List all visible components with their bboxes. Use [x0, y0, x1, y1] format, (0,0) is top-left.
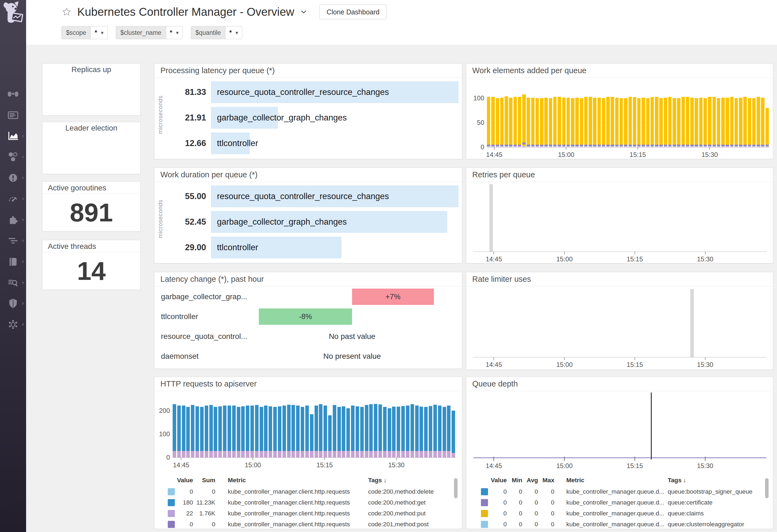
- toplist-row[interactable]: 52.45garbage_collector_graph_changes: [165, 209, 459, 235]
- sidebar-item-infrastructure[interactable]: [0, 146, 26, 167]
- widget-title[interactable]: Work elements added per queue: [466, 64, 773, 78]
- toplist-barzone: garbage_collector_graph_changes: [211, 211, 459, 233]
- seg-purple: [378, 451, 382, 457]
- seg-yellow: [642, 98, 645, 145]
- change-row[interactable]: daemonsetNo present value: [154, 348, 462, 365]
- change-row[interactable]: ttlcontroller-8%: [154, 308, 462, 325]
- seg-yellow: [682, 97, 685, 145]
- widget-title[interactable]: Active threads: [42, 240, 140, 252]
- sidebar-item-logs[interactable]: [0, 272, 26, 293]
- change-rows[interactable]: garbage_collector_grap...+7%ttlcontrolle…: [154, 287, 462, 368]
- seg-yellow: [531, 98, 535, 145]
- widget-title[interactable]: Retries per queue: [466, 168, 773, 182]
- sidebar-item-network[interactable]: [0, 314, 26, 335]
- toplist-row[interactable]: 81.33resource_quota_controller_resource_…: [165, 80, 459, 105]
- clone-dashboard-button[interactable]: Clone Dashboard: [319, 5, 387, 19]
- seg-purple: [429, 451, 432, 457]
- seg-purple: [342, 451, 345, 457]
- seg-blue: [401, 406, 405, 451]
- change-barzone: No past value: [259, 328, 455, 345]
- seg-purple: [597, 145, 601, 146]
- work-elements-plot[interactable]: 14:4515:0015:1515:30: [487, 80, 770, 147]
- stacked-bar: [646, 98, 650, 147]
- seg-blue: [260, 407, 263, 451]
- seg-purple: [214, 451, 217, 457]
- toplist-row[interactable]: 29.00ttlcontroller: [165, 235, 459, 260]
- stacked-bar: [191, 405, 194, 458]
- template-var-quantile[interactable]: $quantile*▾: [191, 26, 242, 39]
- sidebar-item-metrics[interactable]: [0, 188, 26, 209]
- sidebar-item-monitors[interactable]: [0, 167, 26, 188]
- legend-row[interactable]: 0000kube_controller_manager.queue.d...qu…: [466, 486, 773, 497]
- legend-scrollbar[interactable]: [454, 478, 458, 498]
- widget-title[interactable]: Leader election: [42, 122, 140, 132]
- widget-title[interactable]: Active goroutines: [42, 182, 140, 194]
- star-icon[interactable]: [62, 7, 72, 17]
- stacked-bar: [602, 98, 605, 147]
- legend-row[interactable]: 00kube_controller_manager.client.http.re…: [154, 519, 462, 530]
- toplist-row[interactable]: 55.00resource_quota_controller_resource_…: [165, 184, 459, 209]
- widget-title[interactable]: Rate limiter uses: [466, 272, 773, 287]
- legend-scrollbar[interactable]: [765, 478, 769, 498]
- widget-retries: Retries per queue 14:4515:0015:1515:30: [466, 168, 773, 263]
- seg-purple: [553, 145, 557, 146]
- widget-title[interactable]: Processing latency per queue (*): [154, 64, 462, 78]
- chevron-down-icon[interactable]: [300, 8, 308, 16]
- legend-row[interactable]: 0000kube_controller_manager.queue.d...qu…: [466, 497, 773, 508]
- seg-blue: [200, 407, 204, 451]
- stacked-bar: [223, 406, 226, 457]
- seg-yellow: [509, 98, 512, 145]
- legend-header-cell: Avg: [522, 477, 538, 484]
- rate-chart-plot[interactable]: 14:4515:0015:1515:30: [473, 288, 766, 357]
- sidebar-item-integrations[interactable]: [0, 209, 26, 230]
- retries-chart-plot[interactable]: 14:4515:0015:1515:30: [473, 183, 766, 251]
- header: Kubernetes Controller Manager - Overview…: [26, 0, 777, 44]
- change-row[interactable]: resource_quota_control...No past value: [154, 328, 462, 345]
- seg-purple: [602, 145, 605, 146]
- seg-purple: [748, 145, 751, 146]
- stacked-bar: [388, 408, 391, 457]
- change-row[interactable]: garbage_collector_grap...+7%: [154, 288, 462, 305]
- legend-swatch-cell: [168, 521, 176, 528]
- widget-title[interactable]: Queue depth: [466, 377, 773, 391]
- infrastructure-icon: [7, 151, 19, 163]
- template-var-scope[interactable]: $scope*▾: [62, 26, 108, 39]
- datadog-logo-icon[interactable]: [2, 1, 24, 26]
- sidebar-item-events[interactable]: [0, 104, 26, 125]
- legend-row[interactable]: 0000kube_controller_manager.queue.d...qu…: [466, 519, 773, 530]
- http-requests-plot[interactable]: 14:4515:0015:1515:30: [173, 393, 456, 457]
- legend-row[interactable]: 00kube_controller_manager.client.http.re…: [154, 486, 462, 497]
- widget-title[interactable]: Latency change (*), past hour: [154, 272, 462, 287]
- stacked-bar: [726, 98, 729, 147]
- stacked-bar: [246, 406, 249, 457]
- sidebar-item-security[interactable]: [0, 293, 26, 314]
- widget-title[interactable]: HTTP requests to apiserver: [154, 377, 462, 391]
- legend-row[interactable]: 221.76Kkube_controller_manager.client.ht…: [154, 508, 462, 519]
- legend-row[interactable]: 18011.23Kkube_controller_manager.client.…: [154, 497, 462, 508]
- sidebar-item-dashboards[interactable]: [0, 125, 26, 146]
- stacked-bar: [241, 406, 245, 457]
- widget-title[interactable]: Work duration per queue (*): [154, 168, 462, 182]
- template-var-cluster_name[interactable]: $cluster_name*▾: [116, 26, 183, 39]
- legend-min: 0: [507, 521, 522, 528]
- seg-blue: [333, 405, 336, 451]
- submenu-arrow-icon: [22, 218, 24, 221]
- legend-value: 180: [176, 499, 193, 506]
- toplist-row[interactable]: 21.91garbage_collector_graph_changes: [165, 105, 459, 130]
- queue-chart-plot[interactable]: 14:4515:0015:1515:30: [473, 392, 766, 458]
- seg-purple: [509, 145, 512, 146]
- sidebar-item-notebooks[interactable]: [0, 251, 26, 272]
- sidebar-item-apm[interactable]: [0, 230, 26, 251]
- seg-purple: [721, 145, 725, 146]
- template-var-selected: *: [229, 29, 232, 36]
- widget-title[interactable]: Replicas up: [42, 64, 140, 74]
- sidebar-item-watchdog[interactable]: [0, 84, 26, 104]
- seg-purple: [527, 145, 530, 146]
- toplist-rows[interactable]: 55.00resource_quota_controller_resource_…: [165, 184, 459, 260]
- change-no-value: No past value: [329, 332, 375, 341]
- toplist-rows[interactable]: 81.33resource_quota_controller_resource_…: [165, 80, 459, 156]
- monitors-icon: [7, 172, 19, 184]
- toplist-row[interactable]: 12.66ttlcontroller: [165, 130, 459, 156]
- legend-row[interactable]: 0000kube_controller_manager.queue.d...qu…: [466, 508, 773, 519]
- x-axis-tickmark: [635, 251, 635, 254]
